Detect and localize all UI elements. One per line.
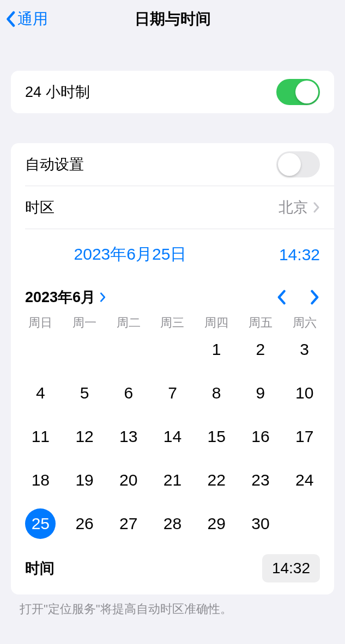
chevron-right-icon: [100, 292, 106, 302]
next-month-button[interactable]: [310, 290, 320, 305]
auto-set-row: 自动设置: [11, 143, 334, 186]
calendar-day[interactable]: 28: [150, 508, 195, 539]
weekday-label: 周一: [63, 315, 107, 331]
calendar-day[interactable]: 29: [195, 508, 239, 539]
time-row: 时间 14:32: [11, 544, 334, 594]
calendar-day[interactable]: 25: [19, 508, 63, 539]
weekday-label: 周四: [195, 315, 239, 331]
calendar-day[interactable]: 5: [63, 378, 107, 408]
calendar-day[interactable]: 17: [282, 421, 326, 452]
chevron-left-icon: [5, 11, 15, 27]
time-picker-button[interactable]: 14:32: [262, 554, 320, 582]
toggle-knob: [278, 153, 301, 176]
selected-date[interactable]: 2023年6月25日: [25, 243, 235, 266]
weekday-label: 周日: [19, 315, 63, 331]
month-picker-button[interactable]: 2023年6月: [25, 287, 106, 307]
calendar-day[interactable]: 12: [63, 421, 107, 452]
selected-date-time-row: 2023年6月25日 14:32: [11, 229, 334, 273]
timezone-row[interactable]: 时区 北京: [11, 186, 334, 229]
calendar-day[interactable]: 10: [282, 378, 326, 408]
calendar-day[interactable]: 18: [19, 465, 63, 495]
weekday-label: 周六: [282, 315, 326, 331]
calendar-day[interactable]: 3: [282, 334, 326, 365]
calendar-day[interactable]: 8: [195, 378, 239, 408]
calendar-day[interactable]: 22: [195, 465, 239, 495]
calendar-empty-cell: [63, 334, 107, 365]
calendar-day[interactable]: 16: [239, 421, 283, 452]
weekday-label: 周五: [239, 315, 283, 331]
timezone-label: 时区: [25, 198, 55, 217]
weekdays-header: 周日周一周二周三周四周五周六: [11, 314, 334, 334]
calendar-empty-cell: [19, 334, 63, 365]
chevron-right-icon: [313, 202, 320, 213]
calendar-day[interactable]: 2: [239, 334, 283, 365]
calendar-day[interactable]: 13: [106, 421, 150, 452]
calendar-day[interactable]: 11: [19, 421, 63, 452]
time-label: 时间: [25, 559, 55, 578]
footer-hint: 打开"定位服务"将提高自动时区准确性。: [0, 594, 345, 617]
calendar-grid: 1234567891011121314151617181920212223242…: [11, 334, 334, 544]
twenty-four-hour-label: 24 小时制: [25, 82, 90, 102]
calendar-day[interactable]: 7: [150, 378, 195, 408]
selected-time[interactable]: 14:32: [279, 246, 320, 264]
toggle-knob: [295, 81, 318, 103]
calendar-day[interactable]: 19: [63, 465, 107, 495]
calendar-day[interactable]: 14: [150, 421, 195, 452]
weekday-label: 周二: [106, 315, 150, 331]
weekday-label: 周三: [150, 315, 195, 331]
calendar-day[interactable]: 4: [19, 378, 63, 408]
calendar-day[interactable]: 1: [195, 334, 239, 365]
calendar-day[interactable]: 27: [106, 508, 150, 539]
calendar-day[interactable]: 15: [195, 421, 239, 452]
twenty-four-hour-toggle[interactable]: [276, 79, 320, 105]
calendar-empty-cell: [150, 334, 195, 365]
back-label: 通用: [17, 9, 48, 29]
auto-set-toggle[interactable]: [276, 151, 320, 177]
timezone-value: 北京: [279, 198, 308, 217]
prev-month-button[interactable]: [276, 290, 286, 305]
calendar-day[interactable]: 26: [63, 508, 107, 539]
month-label: 2023年6月: [25, 287, 95, 307]
calendar-empty-cell: [106, 334, 150, 365]
back-button[interactable]: 通用: [5, 9, 48, 29]
calendar-day[interactable]: 24: [282, 465, 326, 495]
page-title: 日期与时间: [135, 9, 211, 29]
calendar-day[interactable]: 20: [106, 465, 150, 495]
calendar-day[interactable]: 23: [239, 465, 283, 495]
calendar-day[interactable]: 30: [239, 508, 283, 539]
auto-set-label: 自动设置: [25, 155, 84, 174]
twenty-four-hour-row: 24 小时制: [11, 71, 334, 113]
calendar-day[interactable]: 6: [106, 378, 150, 408]
calendar-day[interactable]: 21: [150, 465, 195, 495]
calendar-day[interactable]: 9: [239, 378, 283, 408]
